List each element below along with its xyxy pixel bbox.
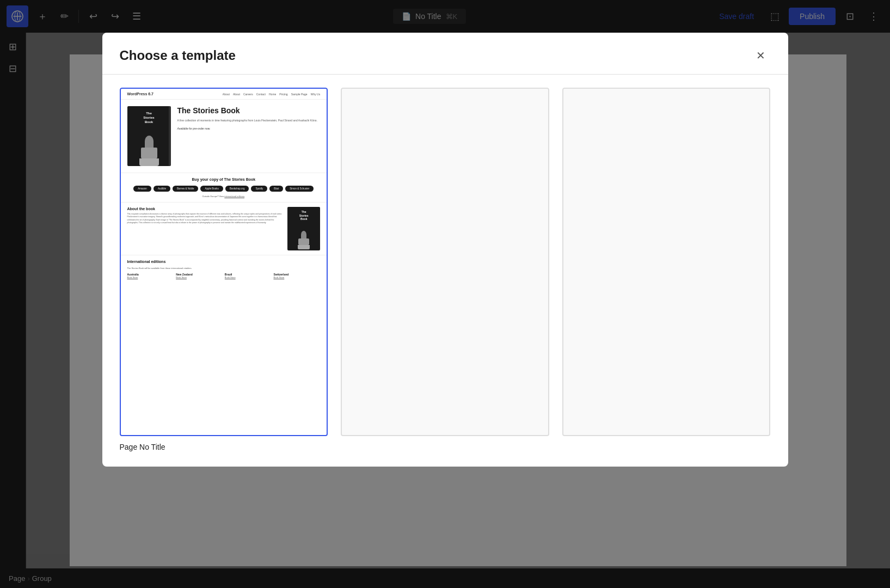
mini-hero-title: The Stories Book	[177, 106, 321, 115]
audible-btn: Audible	[154, 186, 170, 192]
template-card-empty-1[interactable]	[341, 88, 549, 454]
template-preview-empty-2	[562, 88, 771, 436]
mini-book-cover: TheStoriesBook	[127, 106, 171, 166]
mini-intl-desc: The Stories Book will be available from …	[127, 267, 321, 270]
modal-header: Choose a template ✕	[102, 33, 788, 75]
mini-book-cover-small: TheStoriesBook	[287, 207, 320, 250]
mini-nav: WordPress 6.7 About About Careers Contac…	[121, 89, 327, 100]
mini-hero: TheStoriesBook	[121, 100, 327, 173]
template-label: Page No Title	[120, 440, 328, 454]
apple-books-btn: Apple Books	[200, 186, 223, 192]
mini-hero-desc: A fine collection of moments in time fea…	[177, 119, 321, 123]
intl-item-switzerland: Switzerland Book Store	[273, 273, 320, 279]
modal-overlay: Choose a template ✕ WordPress 6.7	[0, 0, 890, 588]
mini-intl-section: International editions The Stories Book …	[121, 255, 327, 283]
mini-hero-preorder: Available for pre-order now.	[177, 127, 321, 130]
mini-about-body: This exquisite compilation showcases a d…	[127, 213, 283, 224]
barnes-noble-btn: Barnes & Noble	[173, 186, 199, 192]
mini-buy-buttons: Amazon Audible Barnes & Noble Apple Book…	[127, 186, 321, 192]
intl-item-brazil: Brazil Book Store	[225, 273, 272, 279]
bookshop-btn: Bookshop.org	[225, 186, 249, 192]
modal-body: WordPress 6.7 About About Careers Contac…	[102, 75, 788, 467]
mini-intl-grid: Australia Book Store New Zealand Book St…	[127, 273, 321, 279]
template-preview-empty-1	[341, 88, 549, 436]
modal-content-area: WordPress 6.7 About About Careers Contac…	[102, 75, 788, 467]
mini-nav-logo: WordPress 6.7	[127, 92, 154, 96]
mini-site-preview: WordPress 6.7 About About Careers Contac…	[121, 89, 327, 435]
template-grid: WordPress 6.7 About About Careers Contac…	[120, 88, 771, 454]
modal-title: Choose a template	[120, 48, 236, 63]
intl-item-newzealand: New Zealand Book Store	[176, 273, 223, 279]
template-card-empty-2[interactable]	[562, 88, 771, 454]
mini-about-title: About the book	[127, 207, 283, 211]
template-card[interactable]: WordPress 6.7 About About Careers Contac…	[120, 88, 328, 454]
mini-intl-title: International editions	[127, 260, 321, 264]
close-icon: ✕	[756, 49, 765, 62]
mini-buy-section: Buy your copy of The Stories Book Amazon…	[121, 173, 327, 202]
mini-about-text: About the book This exquisite compilatio…	[127, 207, 283, 250]
mini-hero-text: The Stories Book A fine collection of mo…	[177, 106, 321, 130]
mini-about-section: About the book This exquisite compilatio…	[121, 202, 327, 255]
mini-buy-title: Buy your copy of The Stories Book	[127, 177, 321, 181]
amazon-btn: Amazon	[133, 186, 151, 192]
intl-item-australia: Australia Book Store	[127, 273, 174, 279]
choose-template-modal: Choose a template ✕ WordPress 6.7	[102, 33, 788, 467]
bast-btn: Bäst	[269, 186, 283, 192]
template-preview: WordPress 6.7 About About Careers Contac…	[120, 88, 328, 436]
mini-nav-links: About About Careers Contact Home Pricing…	[223, 93, 320, 96]
mini-outside-europe-text: Outside Europe? View international editi…	[127, 195, 321, 198]
spotify-btn: Spotify	[251, 186, 267, 192]
modal-close-button[interactable]: ✕	[751, 46, 771, 65]
simon-schuster-btn: Simon & Schuster	[285, 186, 314, 192]
